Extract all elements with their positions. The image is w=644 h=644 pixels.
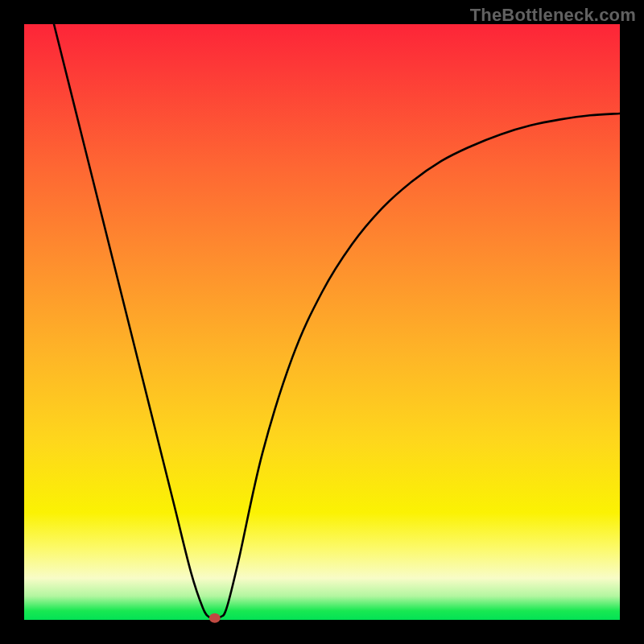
bottleneck-curve: [54, 24, 620, 618]
chart-frame: TheBottleneck.com: [0, 0, 644, 644]
attribution-text: TheBottleneck.com: [470, 5, 636, 26]
optimal-point-marker: [209, 613, 221, 623]
plot-area: [24, 24, 620, 620]
curve-svg: [24, 24, 620, 620]
